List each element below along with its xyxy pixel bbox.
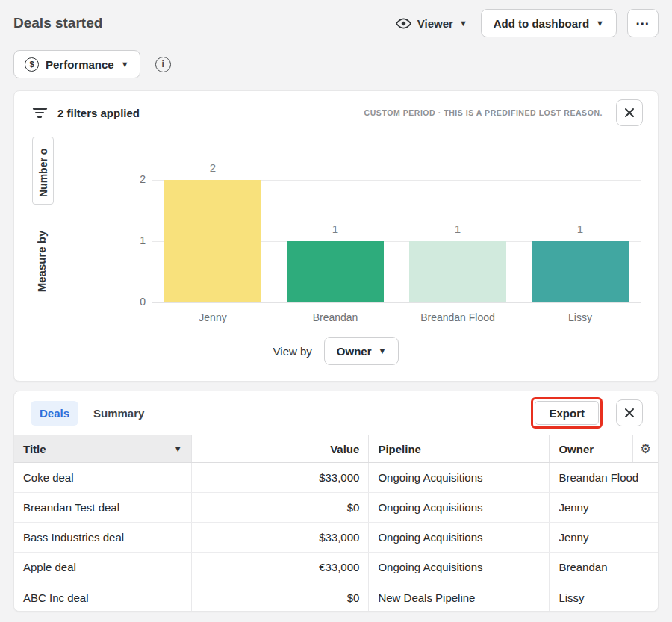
x-category-label: Breandan [274, 311, 396, 323]
column-header-value[interactable]: Value [191, 435, 368, 462]
sort-caret-icon: ▼ [173, 444, 182, 453]
dollar-coin-icon: $ [25, 57, 39, 72]
bar-jenny[interactable]: 2 [152, 180, 274, 302]
cell-value: $0 [191, 493, 368, 522]
table-row[interactable]: ABC Inc deal $0 New Deals Pipeline Lissy [14, 582, 658, 612]
bar-breandan-flood[interactable]: 1 [396, 241, 519, 302]
cell-value: $33,000 [191, 463, 368, 492]
cell-value: $0 [191, 582, 368, 612]
measure-select-value: Number o [37, 149, 49, 197]
cell-value: €33,000 [191, 553, 368, 582]
x-category-label: Lissy [519, 311, 641, 323]
view-by-dropdown[interactable]: Owner ▼ [324, 337, 399, 365]
page-title: Deals started [13, 15, 102, 31]
bar-breandan[interactable]: 1 [274, 241, 396, 302]
filter-bar: 2 filters applied Custom period · This i… [14, 91, 658, 134]
viewer-label: Viewer [417, 17, 453, 30]
report-toolbar: $ Performance ▼ i [0, 50, 672, 78]
gear-icon: ⚙ [640, 443, 651, 455]
deals-table: Title ▼ Value Pipeline Owner ⚙ Coke deal [14, 435, 658, 612]
table-row[interactable]: Apple deal €33,000 Ongoing Acquisitions … [14, 553, 658, 582]
cell-title: Breandan Test deal [14, 493, 191, 522]
cell-pipeline: Ongoing Acquisitions [368, 463, 549, 492]
cell-owner: Jenny [549, 523, 658, 552]
filter-funnel-icon[interactable] [32, 108, 47, 118]
table-header-row: Title ▼ Value Pipeline Owner ⚙ [14, 435, 658, 463]
y-tick-label: 2 [119, 173, 146, 185]
cell-owner: Breandan Flood [549, 463, 658, 492]
column-owner-label: Owner [559, 443, 594, 455]
chevron-down-icon: ▼ [121, 60, 129, 69]
export-button[interactable]: Export [535, 401, 599, 425]
collapse-icon [624, 108, 635, 118]
report-header: Deals started Viewer ▼ Add to dashboard … [0, 0, 672, 37]
export-label: Export [549, 407, 585, 420]
add-to-dashboard-button[interactable]: Add to dashboard ▼ [481, 9, 617, 37]
bar-lissy[interactable]: 1 [519, 241, 641, 302]
cell-pipeline: Ongoing Acquisitions [368, 523, 549, 552]
table-row[interactable]: Coke deal $33,000 Ongoing Acquisitions B… [14, 463, 658, 493]
deals-table-card: Deals Summary Export Title ▼ Value [13, 391, 659, 612]
y-tick-label: 0 [119, 296, 146, 308]
table-row[interactable]: Breandan Test deal $0 Ongoing Acquisitio… [14, 493, 658, 523]
x-category-label: Jenny [152, 311, 274, 323]
y-tick-label: 1 [119, 234, 146, 246]
chevron-down-icon: ▼ [596, 19, 604, 28]
performance-label: Performance [46, 58, 114, 71]
column-title-label: Title [23, 443, 46, 455]
add-to-dashboard-label: Add to dashboard [494, 17, 589, 30]
collapse-icon [624, 408, 635, 418]
collapse-chart-button[interactable] [616, 99, 643, 126]
x-axis-labels: JennyBreandanBreandan FloodLissy [152, 311, 641, 323]
table-settings-button[interactable]: ⚙ [632, 435, 658, 462]
bar-chart: Number o Measure by 210 2111 JennyBreand… [14, 134, 658, 330]
table-tab-bar: Deals Summary Export [14, 391, 658, 435]
bars-container: 2111 [152, 180, 641, 302]
measure-select-dropdown[interactable]: Number o [32, 137, 54, 205]
more-options-button[interactable]: ⋯ [627, 9, 659, 37]
bar-value-label: 1 [532, 223, 629, 235]
cell-pipeline: Ongoing Acquisitions [368, 553, 549, 582]
column-header-pipeline[interactable]: Pipeline [368, 435, 549, 462]
tab-deals[interactable]: Deals [31, 401, 78, 426]
info-icon[interactable]: i [155, 57, 171, 72]
cell-owner: Breandan [549, 553, 658, 582]
cell-title: Coke deal [14, 463, 191, 492]
column-pipeline-label: Pipeline [378, 443, 421, 455]
chevron-down-icon: ▼ [379, 347, 387, 355]
viewer-dropdown[interactable]: Viewer ▼ [393, 13, 470, 34]
filters-applied-label[interactable]: 2 filters applied [57, 107, 140, 119]
cell-title: Bass Industries deal [14, 523, 191, 552]
cell-title: ABC Inc deal [14, 582, 191, 612]
export-annotation-box: Export [531, 397, 603, 429]
eye-icon [396, 18, 411, 29]
cell-pipeline: New Deals Pipeline [368, 582, 549, 612]
column-header-title[interactable]: Title ▼ [14, 435, 191, 462]
cell-owner: Lissy [549, 582, 658, 612]
plot-area: 2111 [152, 180, 641, 302]
tab-summary[interactable]: Summary [84, 401, 153, 426]
performance-dropdown-button[interactable]: $ Performance ▼ [13, 50, 140, 78]
view-by-label: View by [273, 345, 312, 358]
cell-title: Apple deal [14, 553, 191, 582]
insights-report-page: Deals started Viewer ▼ Add to dashboard … [0, 0, 672, 622]
table-row[interactable]: Bass Industries deal $33,000 Ongoing Acq… [14, 523, 658, 553]
view-by-value: Owner [337, 345, 372, 358]
measure-by-label: Measure by [35, 222, 50, 301]
bar-value-label: 1 [409, 223, 506, 235]
ellipsis-icon: ⋯ [635, 15, 650, 32]
chevron-down-icon: ▼ [459, 19, 467, 28]
view-by-row: View by Owner ▼ [14, 336, 658, 366]
collapse-table-button[interactable] [616, 399, 643, 426]
column-value-label: Value [330, 443, 359, 455]
cell-pipeline: Ongoing Acquisitions [368, 493, 549, 522]
x-axis-baseline [152, 302, 641, 303]
filter-summary-text: Custom period · This is a predifined los… [364, 108, 603, 117]
chart-card: 2 filters applied Custom period · This i… [13, 90, 659, 382]
cell-value: $33,000 [191, 523, 368, 552]
x-category-label: Breandan Flood [396, 311, 519, 323]
bar-value-label: 1 [287, 223, 384, 235]
header-actions: Viewer ▼ Add to dashboard ▼ ⋯ [393, 9, 659, 37]
cell-owner: Jenny [549, 493, 658, 522]
bar-value-label: 2 [164, 161, 261, 174]
